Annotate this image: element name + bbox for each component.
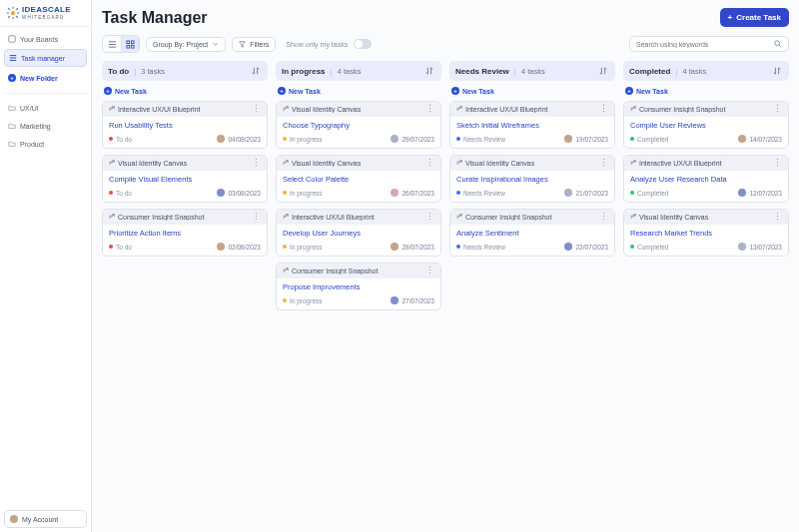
task-card[interactable]: Visual Identity Canvas⋮Select Color Pale… xyxy=(276,155,441,203)
status-dot-icon xyxy=(283,245,287,249)
external-link-icon xyxy=(282,160,289,167)
card-project-link[interactable]: Consumer Insight Snapshot xyxy=(292,267,421,274)
task-card[interactable]: Consumer Insight Snapshot⋮Analyze Sentim… xyxy=(449,209,615,257)
card-menu-icon[interactable]: ⋮ xyxy=(251,105,262,114)
assignee-avatar[interactable] xyxy=(564,135,572,143)
card-project-link[interactable]: Interactive UX/UI Blueprint xyxy=(465,106,595,113)
my-account-button[interactable]: My Account xyxy=(4,510,87,528)
task-card[interactable]: Interactive UX/UI Blueprint⋮Develop User… xyxy=(276,209,441,257)
card-title[interactable]: Run Usability Tests xyxy=(109,121,261,130)
card-title[interactable]: Compile Visual Elements xyxy=(109,175,261,184)
card-title[interactable]: Compile User Reviews xyxy=(630,121,782,130)
card-project-link[interactable]: Consumer Insight Snapshot xyxy=(118,214,248,221)
card-title[interactable]: Sketch Initial Wireframes xyxy=(456,121,608,130)
sidebar-folder-uxui[interactable]: UX/UI xyxy=(4,100,87,116)
card-title[interactable]: Select Color Palette xyxy=(283,175,434,184)
task-card[interactable]: Consumer Insight Snapshot⋮Prioritize Act… xyxy=(102,209,268,257)
group-by-select[interactable]: Group By: Project xyxy=(146,37,226,52)
task-card[interactable]: Visual Identity Canvas⋮Choose Typography… xyxy=(276,101,441,149)
assignee-avatar[interactable] xyxy=(564,189,572,197)
assignee-avatar[interactable] xyxy=(217,243,225,251)
card-menu-icon[interactable]: ⋮ xyxy=(598,159,609,168)
card-title[interactable]: Analyze Sentiment xyxy=(456,229,608,238)
card-status: Completed xyxy=(630,244,668,251)
card-title[interactable]: Curate Inspirational Images xyxy=(456,175,608,184)
card-title[interactable]: Analyze User Research Data xyxy=(630,175,782,184)
new-task-button[interactable]: +New Task xyxy=(102,87,268,95)
task-card[interactable]: Consumer Insight Snapshot⋮Propose Improv… xyxy=(276,263,441,310)
search-box[interactable] xyxy=(629,36,789,52)
chevron-down-icon xyxy=(212,41,219,48)
assignee-avatar[interactable] xyxy=(738,189,746,197)
assignee-avatar[interactable] xyxy=(217,189,225,197)
search-input[interactable] xyxy=(636,41,770,48)
card-project-link[interactable]: Interactive UX/UI Blueprint xyxy=(118,106,248,113)
card-menu-icon[interactable]: ⋮ xyxy=(424,105,435,114)
card-title[interactable]: Research Market Trends xyxy=(630,229,782,238)
card-title[interactable]: Choose Typography xyxy=(283,121,434,130)
card-title[interactable]: Develop User Journeys xyxy=(283,229,434,238)
brand-logo[interactable]: IDEASCALE WHITEBOARD xyxy=(0,0,91,27)
card-project-link[interactable]: Interactive UX/UI Blueprint xyxy=(639,160,769,167)
create-task-button[interactable]: + Create Task xyxy=(720,8,789,27)
card-menu-icon[interactable]: ⋮ xyxy=(424,213,435,222)
card-menu-icon[interactable]: ⋮ xyxy=(772,213,783,222)
view-list-button[interactable] xyxy=(103,36,121,52)
card-project-link[interactable]: Interactive UX/UI Blueprint xyxy=(292,214,421,221)
assignee-avatar[interactable] xyxy=(391,189,399,197)
new-task-button[interactable]: +New Task xyxy=(449,87,615,95)
sort-icon[interactable] xyxy=(597,65,609,77)
sidebar-folder-product[interactable]: Product xyxy=(4,136,87,152)
new-task-label: New Task xyxy=(462,88,494,95)
new-task-button[interactable]: +New Task xyxy=(276,87,441,95)
task-card[interactable]: Interactive UX/UI Blueprint⋮Run Usabilit… xyxy=(102,101,268,149)
filters-button[interactable]: Filters xyxy=(232,37,276,52)
card-menu-icon[interactable]: ⋮ xyxy=(251,159,262,168)
new-task-button[interactable]: +New Task xyxy=(623,87,789,95)
view-board-button[interactable] xyxy=(121,36,139,52)
assignee-avatar[interactable] xyxy=(738,135,746,143)
show-only-toggle[interactable] xyxy=(354,39,372,49)
new-folder-button[interactable]: + New Folder xyxy=(4,69,87,87)
assignee-avatar[interactable] xyxy=(391,243,399,251)
card-menu-icon[interactable]: ⋮ xyxy=(772,159,783,168)
assignee-avatar[interactable] xyxy=(738,243,746,251)
card-project-link[interactable]: Consumer Insight Snapshot xyxy=(639,106,769,113)
sort-icon[interactable] xyxy=(250,65,262,77)
card-menu-icon[interactable]: ⋮ xyxy=(424,159,435,168)
sidebar-item-task-manager[interactable]: Task manager xyxy=(4,49,87,67)
assignee-avatar[interactable] xyxy=(391,135,399,143)
assignee-avatar[interactable] xyxy=(217,135,225,143)
card-project-link[interactable]: Consumer Insight Snapshot xyxy=(465,214,595,221)
card-project-link[interactable]: Visual Identity Canvas xyxy=(639,214,769,221)
task-card[interactable]: Visual Identity Canvas⋮Research Market T… xyxy=(623,209,789,257)
card-header: Interactive UX/UI Blueprint⋮ xyxy=(277,210,440,225)
task-card[interactable]: Interactive UX/UI Blueprint⋮Sketch Initi… xyxy=(449,101,615,149)
card-date: 02/08/2023 xyxy=(228,244,261,251)
card-project-link[interactable]: Visual Identity Canvas xyxy=(292,160,421,167)
sort-icon[interactable] xyxy=(423,65,435,77)
card-menu-icon[interactable]: ⋮ xyxy=(598,213,609,222)
sidebar-item-your-boards[interactable]: Your Boards xyxy=(4,31,87,47)
card-menu-icon[interactable]: ⋮ xyxy=(598,105,609,114)
task-card[interactable]: Visual Identity Canvas⋮Compile Visual El… xyxy=(102,155,268,203)
card-project-link[interactable]: Visual Identity Canvas xyxy=(292,106,421,113)
card-menu-icon[interactable]: ⋮ xyxy=(424,266,435,275)
task-card[interactable]: Visual Identity Canvas⋮Curate Inspiratio… xyxy=(449,155,615,203)
sort-icon[interactable] xyxy=(771,65,783,77)
task-card[interactable]: Consumer Insight Snapshot⋮Compile User R… xyxy=(623,101,789,149)
card-menu-icon[interactable]: ⋮ xyxy=(772,105,783,114)
card-project-link[interactable]: Visual Identity Canvas xyxy=(118,160,248,167)
assignee-avatar[interactable] xyxy=(391,296,399,304)
card-title[interactable]: Propose Improvements xyxy=(283,282,434,291)
assignee-avatar[interactable] xyxy=(564,243,572,251)
card-project-link[interactable]: Visual Identity Canvas xyxy=(465,160,595,167)
task-card[interactable]: Interactive UX/UI Blueprint⋮Analyze User… xyxy=(623,155,789,203)
svg-rect-11 xyxy=(131,40,134,43)
search-icon xyxy=(774,40,782,48)
card-title[interactable]: Prioritize Action Items xyxy=(109,229,261,238)
sidebar-folder-marketing[interactable]: Marketing xyxy=(4,118,87,134)
card-menu-icon[interactable]: ⋮ xyxy=(251,213,262,222)
account-label: My Account xyxy=(22,516,58,523)
avatar-icon xyxy=(10,515,18,523)
